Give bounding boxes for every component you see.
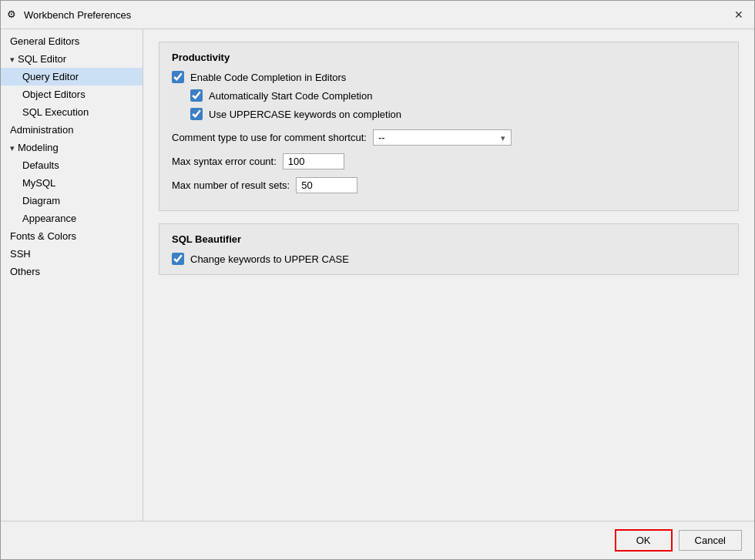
sidebar-item-query-editor[interactable]: Query Editor bbox=[1, 68, 143, 86]
title-bar: ⚙ Workbench Preferences ✕ bbox=[1, 1, 754, 29]
window-title: Workbench Preferences bbox=[24, 9, 131, 21]
max-result-sets-label: Max number of result sets: bbox=[172, 179, 290, 191]
change-keywords-label: Change keywords to UPPER CASE bbox=[190, 253, 349, 265]
enable-code-completion-row: Enable Code Completion in Editors bbox=[172, 71, 726, 83]
sidebar-item-object-editors[interactable]: Object Editors bbox=[1, 86, 143, 103]
max-result-sets-input[interactable] bbox=[296, 177, 357, 193]
uppercase-keywords-checkbox[interactable] bbox=[190, 108, 203, 120]
cancel-button[interactable]: Cancel bbox=[679, 530, 742, 551]
title-bar-left: ⚙ Workbench Preferences bbox=[7, 8, 131, 21]
sql-beautifier-title: SQL Beautifier bbox=[172, 233, 726, 245]
sidebar-item-appearance[interactable]: Appearance bbox=[1, 210, 143, 227]
max-syntax-form-row: Max syntax error count: bbox=[172, 153, 726, 169]
auto-start-completion-checkbox[interactable] bbox=[190, 89, 203, 102]
comment-type-row: Comment type to use for comment shortcut… bbox=[172, 129, 726, 146]
main-panel: Productivity Enable Code Completion in E… bbox=[143, 29, 754, 521]
app-icon: ⚙ bbox=[7, 8, 19, 21]
sidebar-item-ssh[interactable]: SSH bbox=[1, 245, 143, 263]
enable-code-completion-checkbox[interactable] bbox=[172, 71, 184, 83]
uppercase-keywords-label: Use UPPERCASE keywords on completion bbox=[209, 109, 401, 120]
sidebar-item-fonts-colors[interactable]: Fonts & Colors bbox=[1, 227, 143, 245]
workbench-preferences-window: ⚙ Workbench Preferences ✕ General Editor… bbox=[0, 0, 755, 560]
close-button[interactable]: ✕ bbox=[730, 5, 748, 24]
sidebar-item-others[interactable]: Others bbox=[1, 263, 143, 280]
sidebar-item-modeling[interactable]: ▾Modeling bbox=[1, 139, 143, 156]
comment-type-form-row: Comment type to use for comment shortcut… bbox=[172, 129, 726, 146]
ok-button[interactable]: OK bbox=[615, 529, 673, 552]
footer: OK Cancel bbox=[1, 521, 754, 559]
sidebar-item-sql-editor[interactable]: ▾SQL Editor bbox=[1, 50, 143, 68]
sidebar-item-sql-execution[interactable]: SQL Execution bbox=[1, 103, 143, 121]
sidebar-item-defaults[interactable]: Defaults bbox=[1, 156, 143, 174]
uppercase-keywords-row: Use UPPERCASE keywords on completion bbox=[190, 108, 726, 120]
max-result-sets-row: Max number of result sets: bbox=[172, 177, 726, 193]
productivity-section: Productivity Enable Code Completion in E… bbox=[159, 42, 739, 211]
sql-beautifier-section: SQL Beautifier Change keywords to UPPER … bbox=[159, 223, 739, 275]
auto-start-completion-label: Automatically Start Code Completion bbox=[209, 90, 372, 102]
max-syntax-error-row: Max syntax error count: bbox=[172, 153, 726, 169]
max-result-form-row: Max number of result sets: bbox=[172, 177, 726, 193]
comment-type-select-wrapper: -- // # bbox=[373, 129, 512, 146]
panel-content: Productivity Enable Code Completion in E… bbox=[143, 29, 754, 300]
productivity-title: Productivity bbox=[172, 52, 726, 63]
content-area: General Editors▾SQL EditorQuery EditorOb… bbox=[1, 29, 754, 521]
sidebar-item-general-editors[interactable]: General Editors bbox=[1, 32, 143, 50]
max-syntax-error-label: Max syntax error count: bbox=[172, 156, 277, 167]
sidebar-item-mysql[interactable]: MySQL bbox=[1, 174, 143, 192]
sidebar-item-diagram[interactable]: Diagram bbox=[1, 192, 143, 210]
change-keywords-row: Change keywords to UPPER CASE bbox=[172, 253, 726, 265]
sidebar-item-administration[interactable]: Administration bbox=[1, 121, 143, 139]
max-syntax-error-input[interactable] bbox=[283, 153, 344, 169]
enable-code-completion-label: Enable Code Completion in Editors bbox=[190, 72, 346, 83]
change-keywords-checkbox[interactable] bbox=[172, 253, 184, 265]
comment-type-label: Comment type to use for comment shortcut… bbox=[172, 132, 367, 143]
auto-start-completion-row: Automatically Start Code Completion bbox=[190, 89, 726, 102]
comment-type-select[interactable]: -- // # bbox=[373, 129, 512, 146]
sidebar: General Editors▾SQL EditorQuery EditorOb… bbox=[1, 29, 143, 521]
